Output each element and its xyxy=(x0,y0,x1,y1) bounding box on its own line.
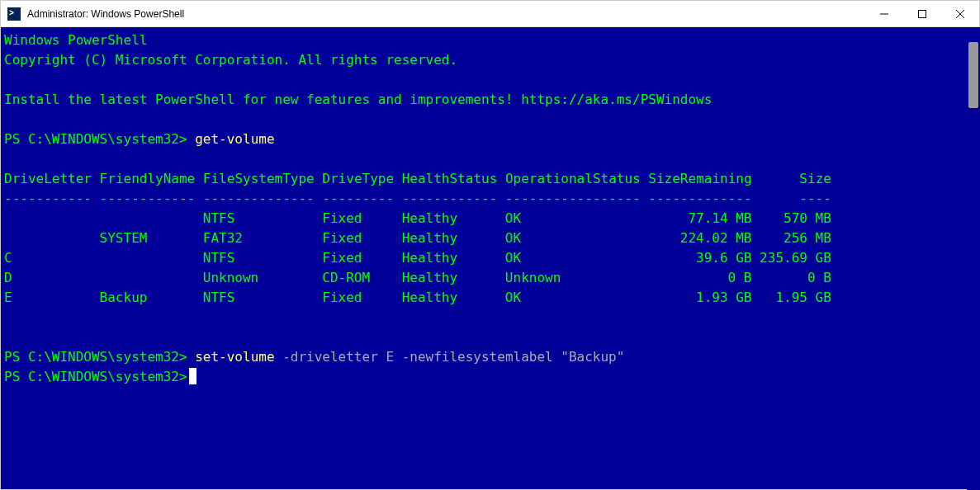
blank-line xyxy=(4,149,979,169)
table-row: SYSTEM FAT32 Fixed Healthy OK 224.02 MB … xyxy=(4,229,979,248)
cmdlet: set-volume xyxy=(195,349,274,365)
command-line: PS C:\WINDOWS\system32> set-volume -driv… xyxy=(4,347,979,367)
window-controls xyxy=(865,1,979,27)
table-header: DriveLetter FriendlyName FileSystemType … xyxy=(4,169,979,189)
table-row: NTFS Fixed Healthy OK 77.14 MB 570 MB xyxy=(4,209,979,229)
cursor xyxy=(189,368,196,384)
scrollbar[interactable] xyxy=(967,27,980,490)
maximize-button[interactable] xyxy=(903,1,941,27)
window-title: Administrator: Windows PowerShell xyxy=(27,8,184,20)
scrollbar-thumb[interactable] xyxy=(968,42,978,108)
blank-line xyxy=(4,308,979,327)
terminal-area[interactable]: Windows PowerShell Copyright (C) Microso… xyxy=(1,27,979,489)
close-icon xyxy=(956,10,964,18)
banner-line: Copyright (C) Microsoft Corporation. All… xyxy=(4,50,979,70)
ps-prompt: PS C:\WINDOWS\system32> xyxy=(4,349,187,365)
ps-prompt: PS C:\WINDOWS\system32> xyxy=(4,369,187,384)
cmdlet: get-volume xyxy=(195,131,274,147)
minimize-icon xyxy=(880,10,888,18)
table-row: E Backup NTFS Fixed Healthy OK 1.93 GB 1… xyxy=(4,288,979,308)
table-row: D Unknown CD-ROM Healthy Unknown 0 B 0 B xyxy=(4,268,979,288)
table-row: C NTFS Fixed Healthy OK 39.6 GB 235.69 G… xyxy=(4,248,979,268)
command-line: PS C:\WINDOWS\system32> xyxy=(4,367,979,387)
cmd-args: -driveletter E -newfilesystemlabel "Back… xyxy=(275,349,625,365)
table-separator: ----------- ------------ -------------- … xyxy=(4,189,979,209)
minimize-button[interactable] xyxy=(865,1,903,27)
banner-line: Install the latest PowerShell for new fe… xyxy=(4,90,979,110)
ps-prompt: PS C:\WINDOWS\system32> xyxy=(4,131,187,147)
command-line: PS C:\WINDOWS\system32> get-volume xyxy=(4,130,979,149)
svg-rect-1 xyxy=(919,11,926,18)
powershell-icon xyxy=(7,7,21,21)
table-body: NTFS Fixed Healthy OK 77.14 MB 570 MB SY… xyxy=(4,209,979,308)
maximize-icon xyxy=(918,10,926,18)
blank-line xyxy=(4,327,979,347)
close-button[interactable] xyxy=(941,1,979,27)
blank-line xyxy=(4,70,979,90)
blank-line xyxy=(4,110,979,130)
powershell-window: Administrator: Windows PowerShell Window… xyxy=(0,0,980,490)
banner-line: Windows PowerShell xyxy=(4,31,979,50)
titlebar[interactable]: Administrator: Windows PowerShell xyxy=(1,1,979,27)
